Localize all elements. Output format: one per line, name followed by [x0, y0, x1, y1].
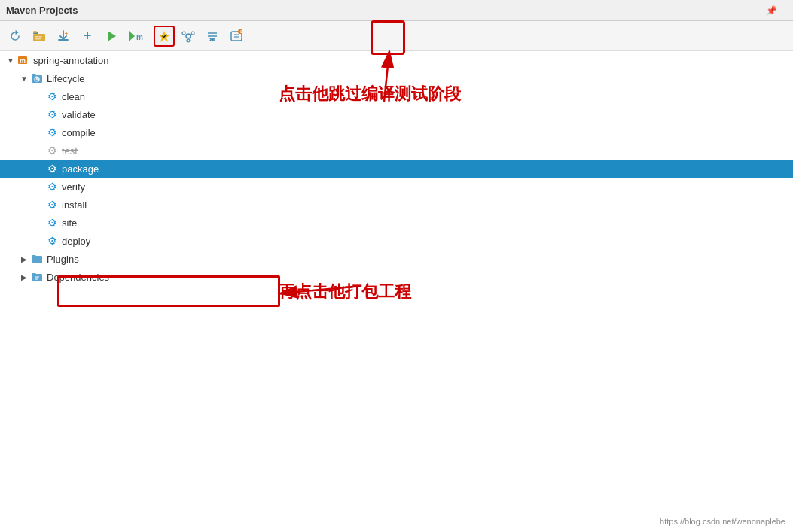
svg-point-13	[191, 32, 194, 35]
tree-item-package[interactable]: ⚙ package	[0, 160, 793, 178]
package-label: package	[62, 163, 99, 175]
spring-annotation-label: spring-annotation	[33, 55, 108, 66]
panel-title: Maven Projects	[6, 5, 763, 16]
refresh-button[interactable]	[5, 26, 26, 47]
tree-item-lifecycle[interactable]: Lifecycle	[0, 69, 793, 87]
svg-line-15	[185, 35, 186, 35]
svg-text:+: +	[65, 31, 68, 36]
toolbar: + + m	[0, 21, 793, 51]
open-files-button[interactable]	[29, 26, 50, 47]
tree-item-spring-annotation[interactable]: m spring-annotation	[0, 51, 793, 69]
tree-item-plugins[interactable]: Plugins	[0, 250, 793, 268]
tree-item-compile[interactable]: ⚙ compile	[0, 123, 793, 141]
lifecycle-label: Lifecycle	[47, 73, 85, 84]
svg-rect-3	[35, 36, 42, 38]
clean-icon: ⚙	[45, 90, 59, 103]
install-icon: ⚙	[45, 198, 59, 211]
maven-icon: m	[17, 53, 30, 67]
svg-point-12	[182, 32, 185, 35]
project-tree: m spring-annotation Lifecycle ⚙ clean	[0, 51, 793, 532]
svg-point-14	[187, 39, 190, 42]
tree-item-site[interactable]: ⚙ site	[0, 214, 793, 232]
tree-item-install[interactable]: ⚙ install	[0, 196, 793, 214]
clean-label: clean	[62, 91, 85, 102]
minimize-icon: ─	[780, 5, 787, 16]
package-icon: ⚙	[45, 162, 59, 175]
expand-arrow-lifecycle	[18, 72, 30, 84]
tree-item-deploy[interactable]: ⚙ deploy	[0, 232, 793, 250]
pin-icon: 📌	[766, 5, 777, 16]
tree-item-dependencies[interactable]: Dependencies	[0, 268, 793, 286]
test-label: test	[62, 145, 78, 157]
plugins-folder-icon	[30, 252, 44, 266]
tree-item-verify[interactable]: ⚙ verify	[0, 178, 793, 196]
show-dependencies-button[interactable]	[178, 26, 199, 47]
tree-item-validate[interactable]: ⚙ validate	[0, 105, 793, 123]
svg-marker-6	[108, 31, 116, 41]
skip-tests-button[interactable]	[154, 26, 175, 47]
run-maven-button[interactable]: m	[125, 26, 151, 47]
svg-rect-1	[33, 31, 37, 33]
dependencies-label: Dependencies	[47, 272, 109, 283]
expand-arrow-plugins	[18, 253, 30, 265]
svg-point-11	[186, 34, 191, 38]
svg-rect-4	[35, 38, 41, 40]
collapse-all-button[interactable]	[202, 26, 223, 47]
add-button[interactable]: +	[77, 26, 98, 47]
maven-settings-button[interactable]: ⚙	[226, 26, 247, 47]
plugins-label: Plugins	[47, 254, 79, 265]
deploy-label: deploy	[62, 236, 90, 247]
compile-icon: ⚙	[45, 126, 59, 139]
tree-item-clean[interactable]: ⚙ clean	[0, 87, 793, 105]
maven-projects-panel: Maven Projects 📌 ─ +	[0, 0, 793, 532]
compile-label: compile	[62, 127, 96, 138]
svg-line-16	[191, 35, 191, 35]
svg-point-28	[36, 78, 38, 80]
dependencies-folder-icon	[30, 270, 44, 284]
site-label: site	[62, 217, 77, 229]
svg-rect-2	[33, 34, 45, 41]
install-label: install	[62, 199, 87, 211]
deploy-icon: ⚙	[45, 234, 59, 248]
tree-item-test[interactable]: ⚙ test	[0, 141, 793, 160]
validate-icon: ⚙	[45, 108, 59, 121]
expand-arrow-dependencies	[18, 271, 30, 283]
expand-arrow-spring	[5, 54, 17, 66]
svg-text:m: m	[136, 33, 143, 41]
download-sources-button[interactable]: +	[53, 26, 74, 47]
lifecycle-folder-icon	[30, 71, 44, 85]
site-icon: ⚙	[45, 216, 59, 230]
svg-marker-7	[129, 31, 135, 41]
test-icon: ⚙	[45, 144, 59, 157]
title-bar: Maven Projects 📌 ─	[0, 0, 793, 21]
validate-label: validate	[62, 109, 96, 120]
svg-text:m: m	[20, 57, 26, 65]
verify-icon: ⚙	[45, 180, 59, 193]
verify-label: verify	[62, 181, 85, 193]
run-button[interactable]	[101, 26, 122, 47]
